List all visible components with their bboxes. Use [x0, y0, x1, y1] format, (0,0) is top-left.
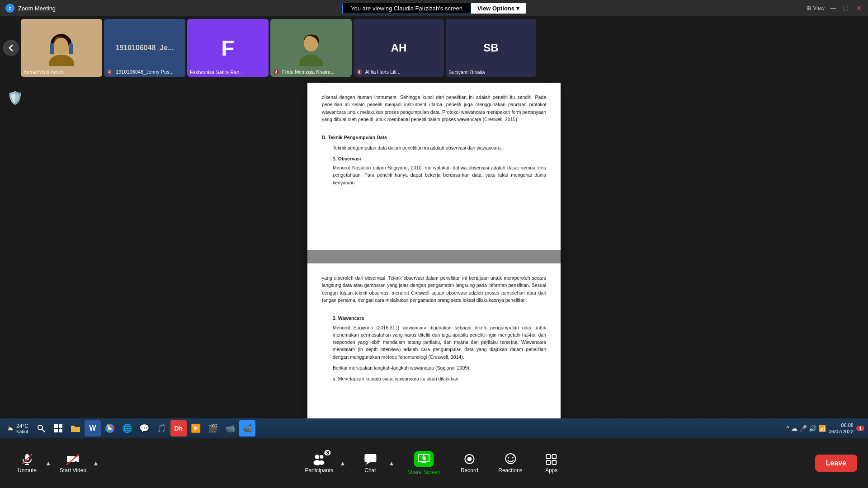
svg-rect-44 [59, 429, 62, 432]
participant-avatar-alifia: AH [354, 19, 444, 77]
reactions-icon: + [504, 453, 517, 465]
minimize-button[interactable]: ─ [829, 4, 837, 12]
participant-avatar-andari [21, 19, 102, 77]
chat-button[interactable]: Chat [354, 450, 387, 476]
windows-start-button[interactable] [50, 420, 66, 436]
mic-muted-icon-frida: 🔇 [273, 69, 279, 75]
svg-rect-36 [552, 455, 557, 459]
record-button[interactable]: Record [453, 450, 486, 476]
doc-obs-title: 1. Observasi [333, 155, 546, 162]
view-options-button[interactable]: View Options ▾ [471, 3, 526, 14]
tray-cloud-icon[interactable]: ☁ [791, 425, 797, 432]
strip-prev-button[interactable] [3, 40, 19, 56]
participant-card-suciyanti[interactable]: SB Suciyanti Bihalia [446, 19, 536, 77]
edge-button[interactable]: 🌐 [119, 420, 135, 436]
toolbar-center: 8 Participants ▲ Chat ▲ [300, 448, 567, 478]
app-dh-button[interactable]: Dh [170, 420, 187, 436]
word-button[interactable]: W [85, 420, 101, 436]
unmute-button[interactable]: Unmute [11, 450, 43, 476]
doc-section-d-content: Teknik pengumpulan data dalam penelitian… [333, 144, 546, 151]
unmute-chevron-button[interactable]: ▲ [45, 460, 52, 467]
apps-button[interactable]: Apps [535, 450, 568, 476]
participants-chevron-button[interactable]: ▲ [340, 460, 346, 467]
svg-rect-37 [547, 460, 551, 465]
record-label: Record [461, 467, 478, 474]
start-video-button[interactable]: Start Video [55, 450, 91, 476]
svg-rect-35 [547, 455, 551, 459]
svg-marker-22 [365, 462, 370, 465]
svg-rect-21 [364, 454, 376, 462]
toolbar-right: Leave [815, 455, 857, 472]
close-button[interactable]: ✕ [854, 4, 863, 12]
system-tray: ^ ☁ 🎤 🔊 📶 [786, 425, 826, 432]
document-page-2: yang diperoleh dari observasi. Teknik ob… [307, 263, 561, 435]
title-bar-controls: ⊞ View ─ □ ✕ [807, 4, 863, 12]
app-title: Zoom Meeting [18, 5, 56, 12]
svg-point-30 [467, 457, 472, 461]
svg-point-17 [315, 455, 320, 459]
participant-strip: Andari Wuri Astuti 1910106048_Je... 🔇 19… [0, 16, 868, 80]
participant-name-fakhrunisa: Fakhrunisa Safira Rah... [190, 70, 266, 75]
participants-button[interactable]: 8 Participants [300, 450, 338, 476]
doc-waw-title: 2. Wawancara [333, 314, 546, 322]
media-player-button[interactable]: 🎬 [205, 420, 221, 436]
shield-icon: 🛡️ [7, 90, 22, 105]
notification-count[interactable]: 1 [856, 426, 864, 431]
svg-line-40 [42, 429, 45, 432]
participant-name-andari: Andari Wuri Astuti [24, 70, 99, 75]
participants-count: 8 [325, 450, 331, 455]
document-page-1: dikenal dengan human instrument. Sehingg… [307, 83, 561, 250]
svg-rect-42 [59, 424, 62, 428]
search-icon[interactable] [33, 420, 49, 436]
participant-avatar-fakhrunisa: F [187, 19, 269, 77]
zoom-taskbar-button[interactable]: 📹 [239, 420, 255, 436]
svg-rect-43 [54, 429, 58, 432]
video-chevron-button[interactable]: ▲ [93, 460, 99, 467]
toolbar-left: Unmute ▲ Start Video ▲ [11, 450, 99, 476]
participants-icon: 8 [312, 453, 326, 465]
zoom-logo: Z [5, 4, 14, 13]
leave-button[interactable]: Leave [815, 455, 857, 472]
maximize-button[interactable]: □ [842, 4, 850, 12]
participant-name-suciyanti: Suciyanti Bihalia [448, 70, 533, 75]
reactions-button[interactable]: + Reactions [494, 450, 527, 476]
video-player-button[interactable]: 📹 [222, 420, 238, 436]
record-icon [462, 453, 476, 465]
tray-mic-icon[interactable]: 🎤 [799, 425, 807, 432]
participant-card-frida[interactable]: 🔇 Frida Meirizqia Khairu... [270, 19, 352, 77]
spotify-button[interactable]: 🎵 [153, 420, 170, 436]
participant-card-alifia[interactable]: AH 🔇 Alifia Haris Lili... [354, 19, 444, 77]
participant-card-jenny[interactable]: 1910106048_Je... 🔇 1910106048_Jenny Pus.… [104, 19, 185, 77]
doc-langkah-a: a. Menetapkan kepada siapa wawancara itu… [333, 375, 546, 382]
participant-avatar-jenny: 1910106048_Je... [104, 19, 185, 77]
chat-icon [363, 453, 377, 465]
participant-card-fakhrunisa[interactable]: F Fakhrunisa Safira Rah... [187, 19, 269, 77]
document-page-divider [307, 250, 561, 263]
view-button[interactable]: ⊞ View [807, 5, 825, 11]
share-screen-label: Share Screen [407, 469, 440, 475]
chat-chevron-button[interactable]: ▲ [388, 460, 395, 467]
reactions-label: Reactions [498, 467, 522, 474]
file-explorer-button[interactable] [67, 420, 84, 436]
chevron-down-icon: ▾ [516, 5, 519, 12]
chrome-button[interactable] [102, 420, 118, 436]
tray-chevron-icon[interactable]: ^ [786, 425, 789, 432]
tray-volume-icon[interactable]: 🔊 [809, 425, 816, 432]
whatsapp-button[interactable]: 💬 [136, 420, 152, 436]
participant-card-andari[interactable]: Andari Wuri Astuti [21, 19, 102, 77]
svg-point-19 [320, 455, 324, 459]
youtube-button[interactable]: ▶️ [188, 420, 204, 436]
participant-name-alifia: 🔇 Alifia Haris Lili... [356, 69, 441, 75]
doc-langkah: Berikut merupakan langkah-langkah wawanc… [333, 364, 546, 371]
tray-network-icon[interactable]: 📶 [818, 425, 826, 432]
share-screen-button[interactable]: Share Screen [403, 448, 445, 478]
windows-taskbar: ⛅ 24°C Kabut W [0, 418, 868, 438]
share-screen-icon [414, 451, 434, 467]
chat-label: Chat [364, 467, 376, 474]
weather-icon: ⛅ [7, 426, 14, 432]
participant-avatar-suciyanti: SB [446, 19, 536, 77]
shared-document: dikenal dengan human instrument. Sehingg… [307, 83, 561, 435]
taskbar-right: ^ ☁ 🎤 🔊 📶 06.08 06/07/2022 1 [786, 422, 864, 435]
svg-rect-6 [69, 43, 73, 54]
svg-point-3 [49, 55, 74, 66]
